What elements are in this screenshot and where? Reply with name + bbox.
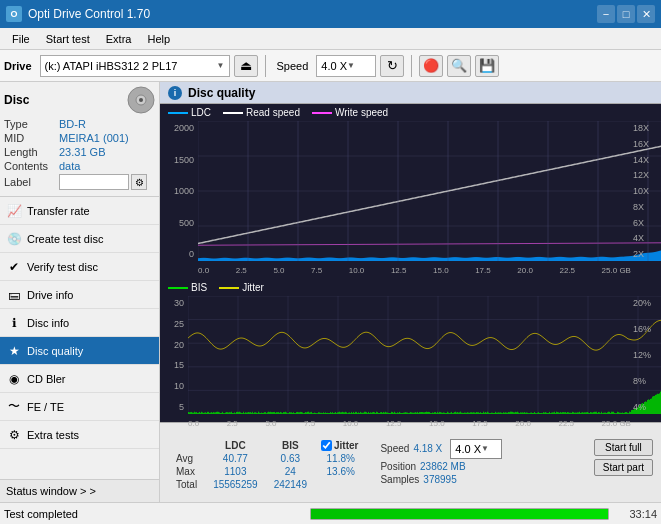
total-jitter [315,478,366,491]
disc-type-row: Type BD-R [4,118,155,130]
sidebar-item-cd-bler[interactable]: ◉ CD Bler [0,365,159,393]
total-bis: 242149 [266,478,315,491]
sidebar-item-fe-te-label: FE / TE [27,401,64,413]
max-bis: 24 [266,465,315,478]
disc-icon [127,86,155,114]
fe-te-icon: 〜 [6,399,22,415]
position-key: Position [380,461,416,472]
avg-ldc: 40.77 [205,452,266,465]
legend-read-speed: Read speed [223,107,300,118]
stats-header-bis: BIS [266,439,315,452]
sidebar-item-drive-info[interactable]: 🖴 Drive info [0,281,159,309]
sidebar-item-extra-tests-label: Extra tests [27,429,79,441]
disc-title: Disc [4,93,29,107]
drive-dropdown-arrow: ▼ [217,61,225,70]
speed-row: Speed 4.18 X 4.0 X ▼ [380,439,502,459]
disc-label-set-button[interactable]: ⚙ [131,174,147,190]
sidebar-item-verify-test-disc[interactable]: ✔ Verify test disc [0,253,159,281]
status-bar: Test completed 33:14 [0,502,661,524]
total-ldc: 15565259 [205,478,266,491]
total-label: Total [168,478,205,491]
position-val: 23862 MB [420,461,466,472]
disc-quality-header-title: Disc quality [188,86,255,100]
menu-file[interactable]: File [4,31,38,47]
status-window-button[interactable]: Status window > > [0,479,159,502]
speed-dropdown[interactable]: 4.0 X ▼ [450,439,502,459]
speed-key: Speed [380,443,409,454]
drive-value: (k:) ATAPI iHBS312 2 PL17 [45,60,217,72]
action-buttons: Start full Start part [594,439,653,476]
position-row: Position 23862 MB [380,461,502,472]
speed-position-info: Speed 4.18 X 4.0 X ▼ Position 23862 MB S… [380,439,502,485]
stats-header-jitter-check: Jitter [315,439,366,452]
stats-table: LDC BIS Jitter Avg 40.77 0.63 [168,439,366,491]
transfer-rate-icon: 📈 [6,203,22,219]
ldc-legend-label: LDC [191,107,211,118]
disc-type-label: Type [4,118,59,130]
stats-header-blank [168,439,205,452]
sidebar-item-disc-quality-label: Disc quality [27,345,83,357]
progress-fill [311,509,609,519]
legend-bis: BIS [168,282,207,293]
menu-bar: File Start test Extra Help [0,28,661,50]
disc-label-label: Label [4,176,59,188]
toolbar-separator-1 [265,55,266,77]
toolbar: Drive (k:) ATAPI iHBS312 2 PL17 ▼ ⏏ Spee… [0,50,661,82]
status-text: Test completed [4,508,302,520]
eject-button[interactable]: ⏏ [234,55,258,77]
disc-label-input[interactable] [59,174,129,190]
sidebar-item-create-test-disc[interactable]: 💿 Create test disc [0,225,159,253]
bottom-chart-y-axis-left: 30 25 20 15 10 5 [160,296,186,414]
title-bar-left: O Opti Drive Control 1.70 [6,6,150,22]
minimize-button[interactable]: − [597,5,615,23]
speed-dropdown-arrow: ▼ [347,61,355,70]
stats-header-ldc: LDC [205,439,266,452]
sidebar-item-disc-quality[interactable]: ★ Disc quality [0,337,159,365]
start-full-button[interactable]: Start full [594,439,653,456]
refresh-button[interactable]: ↻ [380,55,404,77]
disc-panel: Disc Type BD-R MID MEIRA1 (001) Length 2… [0,82,159,197]
legend-write-speed: Write speed [312,107,388,118]
disc-mid-label: MID [4,132,59,144]
start-part-button[interactable]: Start part [594,459,653,476]
main-layout: Disc Type BD-R MID MEIRA1 (001) Length 2… [0,82,661,502]
speed-dropdown-val: 4.0 X [455,443,481,455]
max-label: Max [168,465,205,478]
jitter-checkbox[interactable] [321,440,332,451]
save-button[interactable]: 💾 [475,55,499,77]
disc-length-label: Length [4,146,59,158]
title-bar: O Opti Drive Control 1.70 − □ ✕ [0,0,661,28]
stats-bar: LDC BIS Jitter Avg 40.77 0.63 [160,422,661,502]
write-speed-legend-color [312,112,332,114]
top-chart-x-axis: 0.02.55.07.510.012.515.017.520.022.525.0… [198,266,631,275]
disc-length-value: 23.31 GB [59,146,105,158]
samples-key: Samples [380,474,419,485]
max-jitter: 13.6% [315,465,366,478]
menu-extra[interactable]: Extra [98,31,140,47]
menu-help[interactable]: Help [139,31,178,47]
burn-button[interactable]: 🔴 [419,55,443,77]
speed-label: Speed [277,60,309,72]
sidebar-item-transfer-rate[interactable]: 📈 Transfer rate [0,197,159,225]
nav-items: 📈 Transfer rate 💿 Create test disc ✔ Ver… [0,197,159,479]
bottom-chart-canvas [188,296,661,414]
disc-contents-label: Contents [4,160,59,172]
speed-selector[interactable]: 4.0 X ▼ [316,55,376,77]
maximize-button[interactable]: □ [617,5,635,23]
sidebar-item-disc-info[interactable]: ℹ Disc info [0,309,159,337]
close-button[interactable]: ✕ [637,5,655,23]
bis-legend-color [168,287,188,289]
jitter-legend-label: Jitter [242,282,264,293]
sidebar-item-extra-tests[interactable]: ⚙ Extra tests [0,421,159,449]
top-chart-y-axis-left: 2000 1500 1000 500 0 [160,121,196,261]
app-icon: O [6,6,22,22]
sidebar-item-fe-te[interactable]: 〜 FE / TE [0,393,159,421]
disc-label-row: Label ⚙ [4,174,155,190]
drive-selector[interactable]: (k:) ATAPI iHBS312 2 PL17 ▼ [40,55,230,77]
jitter-legend-color [219,287,239,289]
top-chart-canvas [198,121,661,261]
speed-avg-val: 4.18 X [413,443,442,454]
read-speed-legend-label: Read speed [246,107,300,118]
menu-start-test[interactable]: Start test [38,31,98,47]
scan-button[interactable]: 🔍 [447,55,471,77]
